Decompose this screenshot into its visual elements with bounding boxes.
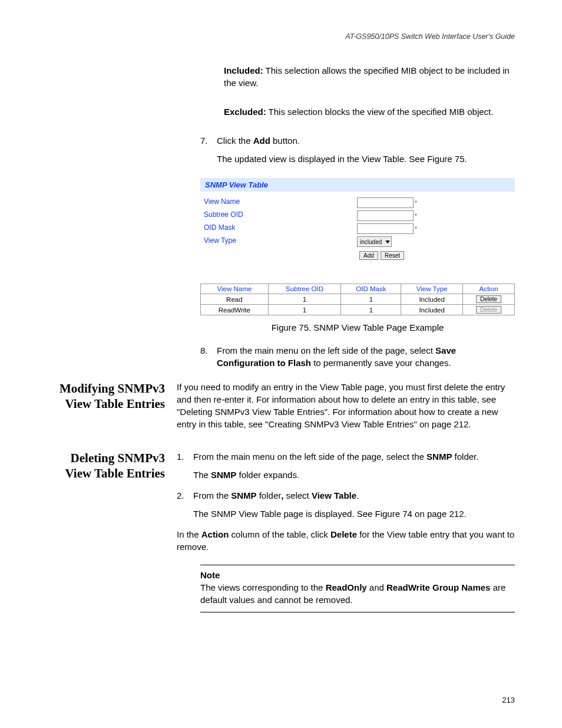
- del-step-2-follow: The SNMP View Table page is displayed. S…: [193, 508, 515, 520]
- label-subtree-oid: Subtree OID: [204, 210, 357, 221]
- figure-snmp-view-table: SNMP View Table View Name * Subtree OID …: [200, 178, 515, 315]
- step-7: 7. Click the Add button.: [200, 134, 515, 147]
- reset-button[interactable]: Reset: [381, 251, 404, 260]
- label-oid-mask: OID Mask: [204, 223, 357, 234]
- del-step-2: 2. From the SNMP folder, select View Tab…: [177, 489, 515, 502]
- label-view-type: View Type: [204, 236, 357, 247]
- required-asterisk: *: [415, 200, 417, 206]
- table-cell: Included: [401, 305, 463, 315]
- del-step-1-pre: From the main menu on the left side of t…: [193, 452, 427, 462]
- excluded-text: This selection blocks the view of the sp…: [266, 107, 494, 117]
- excluded-paragraph: Excluded: This selection blocks the view…: [224, 106, 515, 118]
- table-cell: ReadWrite: [201, 305, 269, 315]
- input-view-name[interactable]: [357, 197, 414, 208]
- heading-modifying: Modifying SNMPv3 View Table Entries: [47, 381, 177, 439]
- step-7-post: button.: [270, 136, 300, 146]
- step-7-pre: Click the: [217, 136, 253, 146]
- required-asterisk: *: [415, 213, 417, 219]
- view-table: View NameSubtree OIDOID MaskView TypeAct…: [200, 284, 515, 315]
- step-8: 8. From the main menu on the left side o…: [200, 344, 515, 369]
- running-head: AT-GS950/10PS Switch Web Interface User'…: [47, 32, 515, 41]
- del-step-1-number: 1.: [177, 450, 193, 463]
- table-cell: 1: [341, 305, 401, 315]
- heading-deleting: Deleting SNMPv3 View Table Entries: [47, 450, 177, 612]
- table-header: OID Mask: [341, 284, 401, 294]
- delete-button: Delete: [476, 306, 501, 314]
- step-7-number: 7.: [200, 134, 217, 147]
- input-oid-mask[interactable]: [357, 223, 414, 234]
- excluded-label: Excluded:: [224, 107, 266, 117]
- step-8-pre: From the main menu on the left side of t…: [217, 345, 435, 355]
- table-row: ReadWrite11IncludedDelete: [201, 305, 515, 315]
- included-text: This selection allows the specified MIB …: [224, 65, 510, 88]
- select-view-type[interactable]: included: [357, 236, 392, 247]
- table-cell: Included: [401, 294, 463, 305]
- table-cell-action: Delete: [462, 294, 514, 305]
- step-7-bold: Add: [253, 136, 270, 146]
- input-subtree-oid[interactable]: [357, 210, 414, 221]
- step-8-number: 8.: [200, 344, 217, 369]
- add-button[interactable]: Add: [359, 251, 378, 260]
- figure-title-bar: SNMP View Table: [200, 178, 515, 192]
- figure-caption: Figure 75. SNMP View Table Page Example: [200, 322, 515, 332]
- table-header: Subtree OID: [268, 284, 341, 294]
- modifying-body: If you need to modify an entry in the Vi…: [177, 381, 515, 430]
- step-8-post: to permanently save your changes.: [311, 358, 451, 368]
- action-column-paragraph: In the Action column of the table, click…: [177, 528, 515, 553]
- delete-button[interactable]: Delete: [476, 295, 501, 303]
- table-header: View Type: [401, 284, 463, 294]
- table-row: Read11IncludedDelete: [201, 294, 515, 305]
- step-7-follow: The updated view is displayed in the Vie…: [217, 153, 515, 165]
- del-step-1: 1. From the main menu on the left side o…: [177, 450, 515, 463]
- select-view-type-value: included: [360, 239, 382, 245]
- table-header: Action: [462, 284, 514, 294]
- included-paragraph: Included: This selection allows the spec…: [224, 64, 515, 89]
- included-label: Included:: [224, 65, 263, 75]
- table-cell: Read: [201, 294, 269, 305]
- required-asterisk: *: [415, 226, 417, 232]
- table-cell: 1: [268, 305, 341, 315]
- del-step-2-number: 2.: [177, 489, 193, 502]
- page-number: 213: [502, 696, 515, 704]
- label-view-name: View Name: [204, 197, 357, 208]
- table-cell: 1: [268, 294, 341, 305]
- del-step-1-follow: The SNMP folder expands.: [193, 469, 515, 481]
- table-cell-action: Delete: [462, 305, 514, 315]
- note-label: Note: [200, 570, 220, 580]
- del-step-1-bold: SNMP: [427, 452, 452, 462]
- del-step-1-post: folder.: [452, 452, 478, 462]
- chevron-down-icon: [385, 241, 390, 243]
- note-box: Note The views corresponding to the Read…: [200, 565, 515, 612]
- table-header: View Name: [201, 284, 269, 294]
- table-cell: 1: [341, 294, 401, 305]
